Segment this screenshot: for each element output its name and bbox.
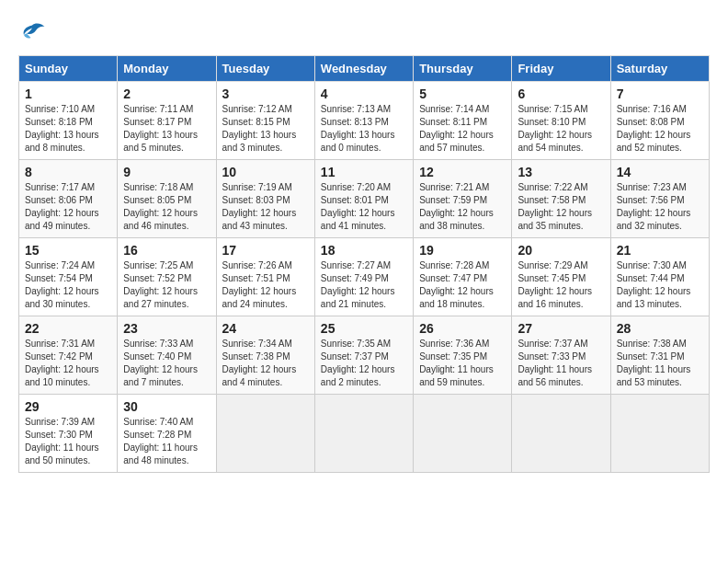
day-number: 13 xyxy=(518,165,604,179)
calendar-cell: 28Sunrise: 7:38 AM Sunset: 7:31 PM Dayli… xyxy=(610,316,709,395)
day-number: 20 xyxy=(518,243,604,258)
calendar-cell: 22Sunrise: 7:31 AM Sunset: 7:42 PM Dayli… xyxy=(19,316,118,395)
day-info: Sunrise: 7:17 AM Sunset: 8:06 PM Dayligh… xyxy=(25,181,111,233)
day-number: 10 xyxy=(222,165,309,179)
day-info: Sunrise: 7:23 AM Sunset: 7:56 PM Dayligh… xyxy=(617,181,703,233)
day-info: Sunrise: 7:15 AM Sunset: 8:10 PM Dayligh… xyxy=(518,103,604,155)
day-info: Sunrise: 7:19 AM Sunset: 8:03 PM Dayligh… xyxy=(222,181,309,233)
calendar-header-row: SundayMondayTuesdayWednesdayThursdayFrid… xyxy=(19,56,710,82)
day-number: 3 xyxy=(222,86,309,101)
day-info: Sunrise: 7:29 AM Sunset: 7:45 PM Dayligh… xyxy=(518,259,604,311)
calendar-week-3: 15Sunrise: 7:24 AM Sunset: 7:54 PM Dayli… xyxy=(19,238,710,316)
day-number: 11 xyxy=(321,165,407,179)
day-number: 6 xyxy=(518,86,604,101)
day-number: 23 xyxy=(123,321,210,336)
day-number: 2 xyxy=(123,86,210,101)
calendar-cell: 18Sunrise: 7:27 AM Sunset: 7:49 PM Dayli… xyxy=(314,238,413,316)
day-header-saturday: Saturday xyxy=(610,56,709,82)
logo xyxy=(18,18,50,46)
day-number: 26 xyxy=(419,321,506,336)
day-info: Sunrise: 7:38 AM Sunset: 7:31 PM Dayligh… xyxy=(617,338,703,389)
day-info: Sunrise: 7:20 AM Sunset: 8:01 PM Dayligh… xyxy=(321,181,407,233)
calendar-table: SundayMondayTuesdayWednesdayThursdayFrid… xyxy=(18,55,710,473)
calendar-cell: 7Sunrise: 7:16 AM Sunset: 8:08 PM Daylig… xyxy=(610,82,709,160)
day-info: Sunrise: 7:36 AM Sunset: 7:35 PM Dayligh… xyxy=(419,338,506,389)
day-number: 30 xyxy=(123,399,210,414)
day-number: 29 xyxy=(25,399,111,414)
calendar-cell: 24Sunrise: 7:34 AM Sunset: 7:38 PM Dayli… xyxy=(216,316,314,395)
day-number: 15 xyxy=(25,243,111,258)
calendar-cell: 9Sunrise: 7:18 AM Sunset: 8:05 PM Daylig… xyxy=(118,160,216,238)
calendar-cell: 3Sunrise: 7:12 AM Sunset: 8:15 PM Daylig… xyxy=(216,82,314,160)
day-info: Sunrise: 7:21 AM Sunset: 7:59 PM Dayligh… xyxy=(419,181,506,233)
day-number: 19 xyxy=(419,243,506,258)
calendar-cell: 12Sunrise: 7:21 AM Sunset: 7:59 PM Dayli… xyxy=(414,160,512,238)
calendar-cell: 27Sunrise: 7:37 AM Sunset: 7:33 PM Dayli… xyxy=(512,316,610,395)
calendar-cell: 17Sunrise: 7:26 AM Sunset: 7:51 PM Dayli… xyxy=(216,238,314,316)
calendar-cell: 19Sunrise: 7:28 AM Sunset: 7:47 PM Dayli… xyxy=(414,238,512,316)
calendar-cell: 13Sunrise: 7:22 AM Sunset: 7:58 PM Dayli… xyxy=(512,160,610,238)
day-number: 28 xyxy=(617,321,703,336)
page-header xyxy=(18,18,710,46)
day-info: Sunrise: 7:22 AM Sunset: 7:58 PM Dayligh… xyxy=(518,181,604,233)
day-info: Sunrise: 7:10 AM Sunset: 8:18 PM Dayligh… xyxy=(25,103,111,155)
day-number: 5 xyxy=(419,86,506,101)
calendar-cell: 4Sunrise: 7:13 AM Sunset: 8:13 PM Daylig… xyxy=(314,82,413,160)
day-number: 7 xyxy=(617,86,703,101)
day-info: Sunrise: 7:11 AM Sunset: 8:17 PM Dayligh… xyxy=(123,103,210,155)
day-number: 17 xyxy=(222,243,309,258)
calendar-cell xyxy=(610,395,709,473)
day-info: Sunrise: 7:18 AM Sunset: 8:05 PM Dayligh… xyxy=(123,181,210,233)
day-info: Sunrise: 7:33 AM Sunset: 7:40 PM Dayligh… xyxy=(123,338,210,389)
calendar-cell: 11Sunrise: 7:20 AM Sunset: 8:01 PM Dayli… xyxy=(314,160,413,238)
day-number: 24 xyxy=(222,321,309,336)
day-info: Sunrise: 7:35 AM Sunset: 7:37 PM Dayligh… xyxy=(321,338,407,389)
day-info: Sunrise: 7:27 AM Sunset: 7:49 PM Dayligh… xyxy=(321,259,407,311)
day-info: Sunrise: 7:39 AM Sunset: 7:30 PM Dayligh… xyxy=(25,416,111,467)
calendar-cell xyxy=(314,395,413,473)
day-number: 14 xyxy=(617,165,703,179)
calendar-cell: 6Sunrise: 7:15 AM Sunset: 8:10 PM Daylig… xyxy=(512,82,610,160)
day-number: 12 xyxy=(419,165,506,179)
day-number: 18 xyxy=(321,243,407,258)
calendar-cell: 25Sunrise: 7:35 AM Sunset: 7:37 PM Dayli… xyxy=(314,316,413,395)
calendar-cell: 14Sunrise: 7:23 AM Sunset: 7:56 PM Dayli… xyxy=(610,160,709,238)
calendar-cell: 26Sunrise: 7:36 AM Sunset: 7:35 PM Dayli… xyxy=(414,316,512,395)
calendar-cell: 1Sunrise: 7:10 AM Sunset: 8:18 PM Daylig… xyxy=(19,82,118,160)
day-number: 1 xyxy=(25,86,111,101)
calendar-cell xyxy=(414,395,512,473)
day-info: Sunrise: 7:31 AM Sunset: 7:42 PM Dayligh… xyxy=(25,338,111,389)
day-info: Sunrise: 7:26 AM Sunset: 7:51 PM Dayligh… xyxy=(222,259,309,311)
day-info: Sunrise: 7:13 AM Sunset: 8:13 PM Dayligh… xyxy=(321,103,407,155)
day-header-tuesday: Tuesday xyxy=(216,56,314,82)
calendar-cell: 2Sunrise: 7:11 AM Sunset: 8:17 PM Daylig… xyxy=(118,82,216,160)
day-number: 16 xyxy=(123,243,210,258)
day-number: 4 xyxy=(321,86,407,101)
day-info: Sunrise: 7:40 AM Sunset: 7:28 PM Dayligh… xyxy=(123,416,210,467)
day-number: 21 xyxy=(617,243,703,258)
calendar-cell: 23Sunrise: 7:33 AM Sunset: 7:40 PM Dayli… xyxy=(118,316,216,395)
day-header-sunday: Sunday xyxy=(19,56,118,82)
day-info: Sunrise: 7:37 AM Sunset: 7:33 PM Dayligh… xyxy=(518,338,604,389)
day-number: 25 xyxy=(321,321,407,336)
calendar-cell: 10Sunrise: 7:19 AM Sunset: 8:03 PM Dayli… xyxy=(216,160,314,238)
day-info: Sunrise: 7:14 AM Sunset: 8:11 PM Dayligh… xyxy=(419,103,506,155)
calendar-cell: 30Sunrise: 7:40 AM Sunset: 7:28 PM Dayli… xyxy=(118,395,216,473)
calendar-cell: 8Sunrise: 7:17 AM Sunset: 8:06 PM Daylig… xyxy=(19,160,118,238)
day-number: 22 xyxy=(25,321,111,336)
day-info: Sunrise: 7:25 AM Sunset: 7:52 PM Dayligh… xyxy=(123,259,210,311)
calendar-cell xyxy=(512,395,610,473)
calendar-cell: 16Sunrise: 7:25 AM Sunset: 7:52 PM Dayli… xyxy=(118,238,216,316)
calendar-cell: 5Sunrise: 7:14 AM Sunset: 8:11 PM Daylig… xyxy=(414,82,512,160)
day-info: Sunrise: 7:34 AM Sunset: 7:38 PM Dayligh… xyxy=(222,338,309,389)
day-header-friday: Friday xyxy=(512,56,610,82)
day-number: 8 xyxy=(25,165,111,179)
calendar-week-1: 1Sunrise: 7:10 AM Sunset: 8:18 PM Daylig… xyxy=(19,82,710,160)
day-number: 9 xyxy=(123,165,210,179)
day-header-wednesday: Wednesday xyxy=(314,56,413,82)
day-info: Sunrise: 7:30 AM Sunset: 7:44 PM Dayligh… xyxy=(617,259,703,311)
day-number: 27 xyxy=(518,321,604,336)
day-info: Sunrise: 7:28 AM Sunset: 7:47 PM Dayligh… xyxy=(419,259,506,311)
logo-icon xyxy=(18,18,46,46)
calendar-cell: 20Sunrise: 7:29 AM Sunset: 7:45 PM Dayli… xyxy=(512,238,610,316)
